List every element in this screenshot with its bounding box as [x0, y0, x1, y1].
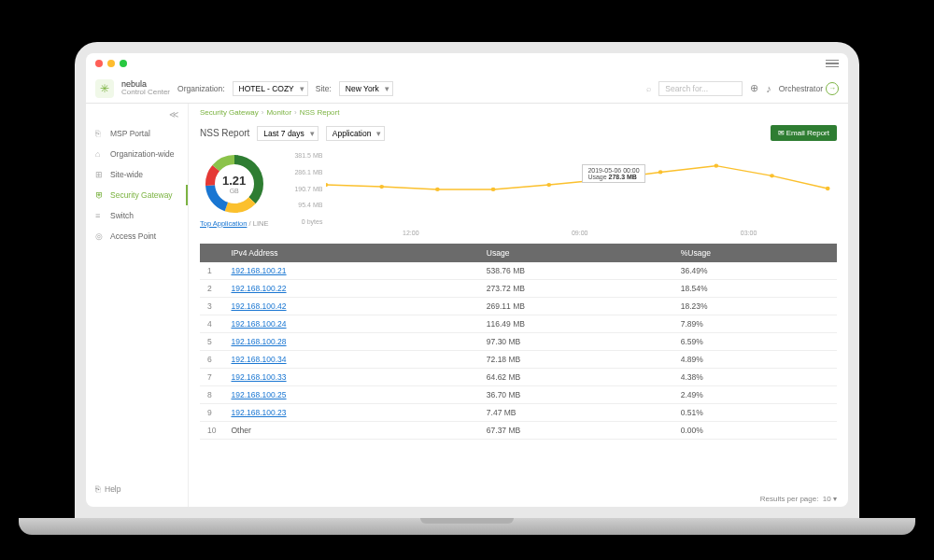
- nav-icon: ◎: [95, 231, 105, 241]
- usage-donut: 1.21 GB: [203, 152, 266, 216]
- window-controls[interactable]: [95, 60, 127, 67]
- org-label: Organization:: [177, 84, 225, 93]
- menu-icon[interactable]: [826, 60, 839, 68]
- arrow-icon: →: [826, 82, 839, 95]
- results-per-page[interactable]: Results per page: 10 ▾: [189, 491, 848, 507]
- ip-link[interactable]: 192.168.100.33: [231, 372, 286, 382]
- table-row: 4192.168.100.24116.49 MB7.89%: [200, 315, 837, 333]
- usage-line-chart: 381.5 MB286.1 MB190.7 MB95.4 MB0 bytes 2…: [283, 152, 837, 236]
- ip-link[interactable]: 192.168.100.23: [231, 408, 286, 417]
- ip-link[interactable]: 192.168.100.22: [231, 284, 286, 293]
- maximize-dot[interactable]: [120, 60, 127, 67]
- nav-icon: ⌂: [95, 149, 105, 159]
- close-dot[interactable]: [95, 60, 103, 67]
- table-row: 3192.168.100.42269.11 MB18.23%: [200, 298, 837, 315]
- breadcrumb: Security Gateway›Monitor›NSS Report: [189, 104, 848, 121]
- sidebar-item-organization-wide[interactable]: ⌂Organization-wide: [86, 144, 188, 164]
- table-row: 7192.168.100.3364.62 MB4.38%: [200, 369, 837, 386]
- table-row: 8192.168.100.2536.70 MB2.49%: [200, 386, 837, 404]
- search-input[interactable]: Search for...: [658, 81, 743, 96]
- nav-icon: ≡: [95, 211, 105, 220]
- svg-point-15: [826, 187, 830, 190]
- search-icon: ⌕: [646, 84, 651, 93]
- group-select[interactable]: Application: [326, 126, 386, 141]
- svg-point-9: [491, 188, 496, 191]
- sidebar-item-access-point[interactable]: ◎Access Point: [86, 226, 188, 246]
- table-row: 9192.168.100.237.47 MB0.51%: [200, 404, 837, 422]
- table-row: 10Other67.37 MB0.00%: [200, 422, 837, 440]
- orchestrator-toggle[interactable]: Orchestrator →: [779, 82, 839, 95]
- chart-tooltip: 2019-05-06 00:00 Usage 278.3 MB: [582, 164, 644, 183]
- bell-icon[interactable]: ♪: [766, 83, 771, 94]
- sidebar: ≪ ⎘MSP Portal⌂Organization-wide⊞Site-wid…: [86, 104, 189, 507]
- table-row: 5192.168.100.2897.30 MB6.59%: [200, 333, 837, 351]
- ip-link[interactable]: 192.168.100.34: [231, 355, 286, 364]
- sidebar-item-security-gateway[interactable]: ⛨Security Gateway: [86, 185, 188, 205]
- top-application-link[interactable]: Top Application: [200, 219, 247, 228]
- sidebar-item-switch[interactable]: ≡Switch: [86, 205, 188, 226]
- email-report-button[interactable]: ✉ Email Report: [771, 125, 837, 141]
- help-icon: ⎘: [95, 484, 100, 494]
- collapse-sidebar[interactable]: ≪: [86, 109, 188, 123]
- nav-icon: ⊞: [95, 170, 105, 179]
- svg-point-6: [326, 183, 328, 187]
- nav-icon: ⛨: [95, 190, 105, 200]
- donut-unit: GB: [230, 188, 239, 194]
- globe-icon[interactable]: ⊕: [750, 82, 758, 94]
- usage-table: IPv4 AddressUsage%Usage 1192.168.100.215…: [189, 244, 848, 491]
- minimize-dot[interactable]: [107, 60, 115, 67]
- brand-sub: Control Center: [121, 89, 170, 96]
- ip-link[interactable]: 192.168.100.42: [231, 301, 286, 311]
- help-link[interactable]: ⎘ Help: [86, 477, 188, 501]
- table-row: 1192.168.100.21538.76 MB36.49%: [200, 262, 837, 280]
- ip-link[interactable]: 192.168.100.25: [231, 390, 286, 399]
- nav-icon: ⎘: [95, 129, 105, 138]
- table-row: 2192.168.100.22273.72 MB18.54%: [200, 280, 837, 298]
- sidebar-item-site-wide[interactable]: ⊞Site-wide: [86, 164, 188, 185]
- ip-link[interactable]: 192.168.100.28: [231, 337, 286, 346]
- org-select[interactable]: HOTEL - COZY: [233, 81, 308, 96]
- site-select[interactable]: New York: [339, 81, 393, 96]
- page-title: NSS Report: [200, 128, 249, 138]
- ip-link[interactable]: 192.168.100.21: [231, 266, 286, 275]
- svg-point-14: [770, 174, 774, 177]
- table-row: 6192.168.100.3472.18 MB4.89%: [200, 351, 837, 369]
- svg-point-7: [380, 185, 385, 189]
- brand: nebula Control Center: [121, 80, 170, 96]
- range-select[interactable]: Last 7 days: [257, 126, 318, 141]
- svg-point-13: [715, 163, 719, 167]
- site-label: Site:: [316, 84, 332, 93]
- logo-icon: ✳: [95, 79, 114, 98]
- donut-value: 1.21: [222, 174, 246, 188]
- svg-point-8: [435, 188, 440, 191]
- svg-point-10: [547, 183, 552, 187]
- sidebar-item-msp-portal[interactable]: ⎘MSP Portal: [86, 123, 188, 144]
- svg-point-12: [658, 170, 663, 174]
- ip-link[interactable]: 192.168.100.24: [231, 319, 286, 329]
